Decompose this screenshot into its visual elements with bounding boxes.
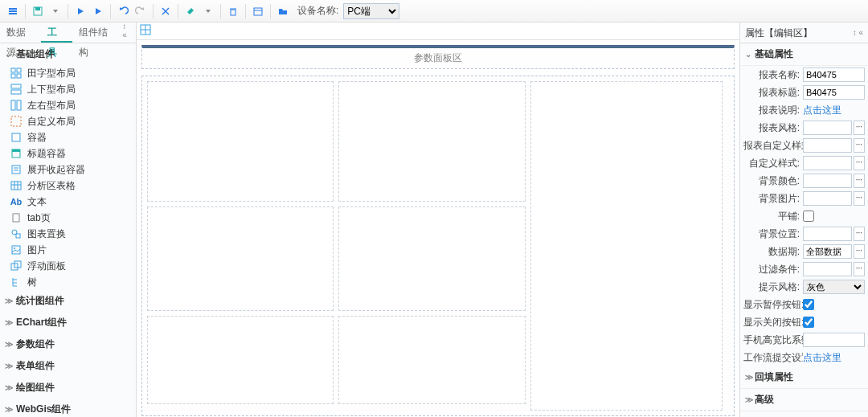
property-readonly-input	[803, 227, 852, 241]
component-group-header[interactable]: ≫WebGis组件	[0, 399, 136, 417]
calendar-icon[interactable]	[250, 3, 266, 19]
canvas-grid-icon[interactable]	[140, 24, 154, 39]
canvas-scroll[interactable]: 参数面板区	[137, 40, 739, 417]
property-ellipsis-button[interactable]: ···	[854, 156, 865, 170]
svg-rect-20	[11, 74, 15, 78]
property-label: 报表名称:	[743, 68, 803, 82]
property-panel-pin-icon[interactable]: ↕ «	[853, 22, 863, 43]
param-panel-area[interactable]: 参数面板区	[141, 45, 735, 69]
property-group-header[interactable]: ⌄基础属性	[740, 43, 868, 66]
property-text-input[interactable]	[803, 333, 865, 347]
grid4-icon	[10, 67, 23, 80]
property-text-input[interactable]	[803, 85, 865, 100]
text-icon: Ab	[10, 195, 23, 208]
canvas-slot[interactable]	[147, 81, 334, 202]
property-ellipsis-button[interactable]: ···	[854, 262, 865, 276]
property-checkbox[interactable]	[803, 211, 814, 222]
device-name-select[interactable]: PC端	[343, 3, 399, 19]
save-icon[interactable]	[30, 3, 46, 19]
component-item[interactable]: 树	[0, 274, 136, 290]
chevron-icon: ≫	[745, 395, 755, 404]
component-item[interactable]: 图片	[0, 242, 136, 258]
left-tab-1[interactable]: 工具	[41, 22, 72, 43]
redo-icon[interactable]	[133, 3, 149, 19]
property-panel: 属性【编辑区】 ↕ « ⌄基础属性报表名称:报表标题:报表说明:点击这里报表风格…	[739, 22, 868, 417]
svg-marker-6	[78, 8, 84, 14]
paint-dropdown-icon[interactable]	[200, 3, 216, 19]
canvas-slot[interactable]	[147, 206, 334, 311]
property-label: 报表风格:	[743, 121, 803, 135]
run-alt-icon[interactable]	[90, 3, 106, 19]
component-item[interactable]: 分析区表格	[0, 178, 136, 194]
canvas-slot[interactable]	[338, 316, 525, 404]
property-ellipsis-button[interactable]: ···	[854, 227, 865, 241]
paint-icon[interactable]	[182, 3, 199, 19]
custom-icon	[10, 115, 23, 128]
component-item[interactable]: 浮动面板	[0, 258, 136, 274]
canvas-slot[interactable]	[338, 206, 525, 311]
table-icon	[10, 179, 23, 192]
clear-icon[interactable]	[158, 3, 174, 19]
left-panel-controls[interactable]: ↕ «	[122, 22, 136, 43]
component-item-label: 自定义布局	[27, 115, 76, 129]
component-item[interactable]: 自定义布局	[0, 113, 136, 129]
component-group-header[interactable]: ≫EChart组件	[0, 312, 136, 333]
component-item[interactable]: tab页	[0, 210, 136, 226]
property-text-input[interactable]	[803, 67, 865, 82]
property-link[interactable]: 点击这里	[803, 104, 841, 117]
property-link[interactable]: 点击这里	[803, 351, 841, 365]
property-group-header[interactable]: ≫回填属性	[740, 366, 868, 389]
save-dropdown-icon[interactable]	[47, 3, 63, 19]
component-item-label: 田字型布局	[27, 67, 76, 80]
left-tab-0[interactable]: 数据源	[0, 22, 41, 43]
design-canvas[interactable]	[141, 76, 735, 416]
component-item[interactable]: 上下型布局	[0, 81, 136, 97]
svg-marker-13	[206, 10, 211, 13]
property-checkbox[interactable]	[803, 299, 814, 310]
canvas-slot[interactable]	[147, 316, 334, 404]
property-ellipsis-button[interactable]: ···	[854, 138, 865, 153]
property-row: 自定义样式:···	[740, 154, 868, 172]
component-item[interactable]: 左右型布局	[0, 97, 136, 113]
property-ellipsis-button[interactable]: ···	[854, 174, 865, 188]
canvas-slot[interactable]	[338, 81, 525, 202]
component-item[interactable]: 标题容器	[0, 145, 136, 161]
property-row: 平铺:	[740, 207, 868, 225]
undo-icon[interactable]	[115, 3, 131, 19]
run-icon[interactable]	[72, 3, 88, 19]
component-group-header[interactable]: ⌄基础组件	[0, 43, 136, 65]
delete-icon[interactable]	[225, 3, 241, 19]
component-group-header[interactable]: ≫表单组件	[0, 355, 136, 377]
component-group-header[interactable]: ≫统计图组件	[0, 290, 136, 312]
property-label: 手机高宽比系数:	[743, 333, 803, 347]
component-item[interactable]: 田字型布局	[0, 65, 136, 81]
image-icon	[10, 243, 23, 256]
property-row: 报表风格:···	[740, 119, 868, 137]
svg-rect-26	[11, 117, 21, 126]
component-item[interactable]: 容器	[0, 129, 136, 145]
svg-rect-29	[12, 149, 20, 152]
component-item[interactable]: 图表置换	[0, 226, 136, 242]
component-item[interactable]: 展开收起容器	[0, 161, 136, 178]
cols-icon	[10, 99, 23, 112]
property-label: 报表说明:	[743, 104, 803, 117]
canvas-toolbar	[137, 22, 739, 40]
property-select[interactable]: 灰色	[803, 280, 865, 294]
property-group-header[interactable]: ≫高级	[740, 389, 868, 411]
component-item[interactable]: Ab文本	[0, 194, 136, 210]
doc-icon	[10, 211, 23, 224]
component-group-header[interactable]: ≫参数组件	[0, 333, 136, 355]
svg-rect-21	[17, 74, 21, 78]
property-ellipsis-button[interactable]: ···	[854, 244, 865, 259]
component-group-header[interactable]: ≫绘图组件	[0, 377, 136, 399]
property-ellipsis-button[interactable]: ···	[854, 121, 865, 135]
menu-icon[interactable]	[5, 3, 21, 19]
left-tab-2[interactable]: 组件结构	[72, 22, 122, 43]
property-row: 工作流提交设置:点击这里	[740, 349, 868, 366]
property-label: 背景位置:	[743, 227, 803, 241]
property-label: 报表自定义样式:	[743, 139, 803, 153]
canvas-slot[interactable]	[530, 81, 723, 411]
property-ellipsis-button[interactable]: ···	[854, 191, 865, 206]
open-icon[interactable]	[275, 3, 291, 19]
property-checkbox[interactable]	[803, 317, 814, 328]
